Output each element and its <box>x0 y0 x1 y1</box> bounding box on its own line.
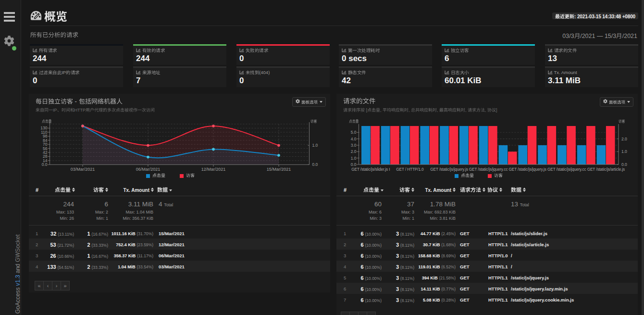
svg-text:GET /static/js/article.js: GET /static/js/article.js <box>587 167 625 172</box>
svg-text:15/Mar/2021: 15/Mar/2021 <box>267 167 291 172</box>
svg-text:12/Mar/2021: 12/Mar/2021 <box>201 167 226 172</box>
svg-text:0.0: 0.0 <box>621 162 627 167</box>
svg-text:1.0: 1.0 <box>621 149 627 154</box>
svg-text:GET /static/js/jquery.js: GET /static/js/jquery.js <box>430 167 468 172</box>
svg-text:3.0: 3.0 <box>351 143 357 148</box>
svg-text:GET / HTTP/1.0: GET / HTTP/1.0 <box>396 167 424 172</box>
svg-text:2.0: 2.0 <box>351 149 357 154</box>
svg-text:2.0: 2.0 <box>621 137 627 141</box>
svg-text:1.0: 1.0 <box>351 156 357 161</box>
svg-text:4.0: 4.0 <box>351 137 357 141</box>
svg-text:0.0: 0.0 <box>351 162 357 167</box>
svg-text:GET /static/js/jquery.cc: GET /static/js/jquery.cc <box>547 167 586 172</box>
svg-text:GET /static/js/jquery.cc: GET /static/js/jquery.cc <box>469 167 508 172</box>
svg-text:0.0: 0.0 <box>312 162 318 167</box>
svg-text:1.0: 1.0 <box>312 143 318 148</box>
svg-text:GET /static/js/slider.js I: GET /static/js/slider.js I <box>351 167 390 172</box>
svg-text:GET /static/js/jquery.js: GET /static/js/jquery.js <box>509 167 546 172</box>
svg-text:130: 130 <box>40 126 47 130</box>
svg-text:5.0: 5.0 <box>351 130 357 135</box>
svg-text:06/Mar/2021: 06/Mar/2021 <box>136 167 161 172</box>
svg-text:03/Mar/2021: 03/Mar/2021 <box>71 167 95 172</box>
